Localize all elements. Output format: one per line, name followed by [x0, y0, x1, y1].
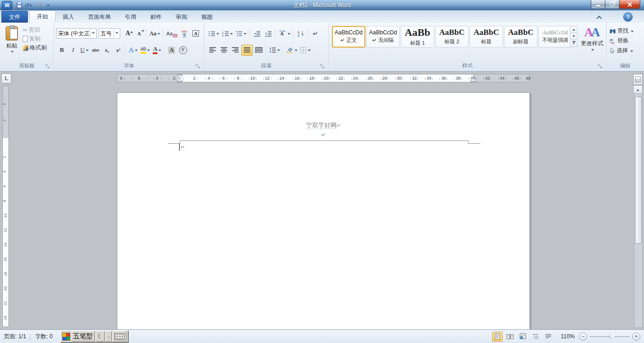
- scrollbar-thumb[interactable]: [635, 97, 642, 244]
- asian-layout-button[interactable]: A: [278, 29, 291, 39]
- character-border-button[interactable]: A: [190, 29, 201, 39]
- style-card[interactable]: AaBbCcDd ↵ 无间隔: [366, 26, 400, 48]
- decrease-indent-button[interactable]: [252, 29, 262, 39]
- paste-button[interactable]: 粘贴: [2, 24, 22, 61]
- numbering-button[interactable]: 123: [221, 29, 234, 39]
- zoom-out-button[interactable]: −: [579, 333, 587, 341]
- style-card[interactable]: AaBbCcDd 不明显强调: [538, 26, 572, 48]
- collapse-ribbon-button[interactable]: [596, 15, 603, 20]
- paragraph-dialog-launcher[interactable]: [320, 64, 325, 69]
- help-button[interactable]: ?: [623, 12, 633, 22]
- align-right-button[interactable]: [230, 45, 240, 55]
- style-card[interactable]: AaBbC 标题 2: [435, 26, 469, 48]
- vertical-scrollbar[interactable]: [634, 93, 643, 328]
- ime-fullhalf-button[interactable]: ☾: [96, 331, 105, 342]
- style-card[interactable]: AaBb 标题 1: [401, 26, 434, 48]
- italic-button[interactable]: I: [68, 45, 78, 55]
- view-web-layout-button[interactable]: [518, 332, 528, 342]
- character-shading-button[interactable]: A: [166, 45, 177, 55]
- close-button[interactable]: [619, 0, 640, 9]
- chevron-down-icon[interactable]: [295, 49, 297, 53]
- chevron-down-icon[interactable]: [230, 33, 233, 36]
- ribbon-tab[interactable]: 引用: [118, 12, 143, 23]
- find-button[interactable]: 查找: [610, 26, 634, 35]
- show-marks-button[interactable]: ↵: [310, 29, 321, 39]
- ribbon-tab[interactable]: 开始: [29, 10, 56, 23]
- ime-mode-button[interactable]: 五笔型: [71, 331, 95, 342]
- strikethrough-button[interactable]: abc: [91, 45, 101, 55]
- clear-formatting-button[interactable]: Aa: [165, 29, 178, 39]
- ribbon-tab[interactable]: 页面布局: [81, 12, 118, 23]
- zoom-level[interactable]: 110%: [561, 333, 575, 340]
- chevron-down-icon[interactable]: [158, 49, 161, 53]
- clipboard-dialog-launcher[interactable]: [45, 64, 50, 69]
- chevron-down-icon[interactable]: [216, 33, 219, 36]
- change-case-button[interactable]: Aa: [149, 29, 161, 39]
- gallery-down-button[interactable]: [570, 33, 578, 41]
- ribbon-tab[interactable]: 文件: [1, 11, 28, 23]
- header-text-line[interactable]: 宁双学好网↵: [117, 121, 529, 130]
- cut-button[interactable]: ✂剪切: [23, 25, 53, 34]
- chevron-down-icon[interactable]: [147, 49, 150, 53]
- copy-button[interactable]: 复制: [23, 34, 53, 43]
- shrink-font-button[interactable]: A: [134, 29, 144, 39]
- ribbon-tab[interactable]: 视图: [194, 12, 220, 23]
- text-effects-button[interactable]: A: [128, 45, 139, 55]
- underline-button[interactable]: U: [79, 45, 90, 55]
- font-size-combo[interactable]: 五号: [99, 28, 120, 39]
- distribute-button[interactable]: [254, 45, 264, 55]
- font-name-combo[interactable]: 宋体 (中文正文: [56, 28, 97, 39]
- increase-indent-button[interactable]: [263, 29, 273, 39]
- bold-button[interactable]: B: [57, 45, 67, 55]
- change-styles-button[interactable]: AA 更改样式: [580, 24, 604, 63]
- style-card[interactable]: AaBbC 副标题: [504, 26, 537, 48]
- view-fullscreen-reading-button[interactable]: [505, 332, 515, 342]
- font-color-button[interactable]: A: [152, 45, 162, 55]
- minimize-button[interactable]: [591, 0, 605, 9]
- chevron-down-icon[interactable]: [135, 49, 138, 53]
- chevron-down-icon[interactable]: [308, 49, 311, 53]
- sort-button[interactable]: AZ: [296, 29, 306, 39]
- enclose-characters-button[interactable]: 字: [178, 45, 188, 55]
- chevron-down-icon[interactable]: [288, 33, 290, 36]
- multilevel-list-button[interactable]: [235, 29, 248, 39]
- zoom-slider[interactable]: [589, 333, 630, 340]
- gallery-more-button[interactable]: [570, 40, 578, 47]
- vertical-ruler[interactable]: 42 24681012141618202224: [2, 86, 9, 327]
- select-button[interactable]: 选择: [610, 46, 634, 55]
- page-indicator[interactable]: 页面: 1/1: [4, 333, 26, 341]
- view-draft-button[interactable]: [543, 332, 553, 342]
- chevron-down-icon[interactable]: [114, 29, 120, 38]
- document-page[interactable]: 宁双学好网↵ ↵ ↵: [117, 92, 530, 330]
- word-count[interactable]: 字数: 0: [35, 333, 52, 341]
- styles-dialog-launcher[interactable]: [598, 64, 603, 69]
- style-card[interactable]: AaBbCcDd ↵ 正文: [332, 26, 365, 48]
- borders-button[interactable]: [299, 45, 312, 55]
- ribbon-tab[interactable]: 邮件: [143, 12, 169, 23]
- restore-button[interactable]: [605, 0, 619, 9]
- shading-button[interactable]: [285, 45, 298, 55]
- phonetic-guide-button[interactable]: wén文: [179, 29, 190, 39]
- format-painter-button[interactable]: 格式刷: [23, 43, 53, 52]
- text-highlight-button[interactable]: ab: [140, 45, 151, 55]
- chevron-down-icon[interactable]: [90, 29, 96, 38]
- chevron-down-icon[interactable]: [277, 49, 280, 53]
- ribbon-tab[interactable]: 审阅: [169, 12, 194, 23]
- style-card[interactable]: AaBbC 标题: [470, 26, 503, 48]
- replace-button[interactable]: abac 替换: [610, 36, 634, 45]
- ime-logo-icon[interactable]: [62, 333, 70, 341]
- ime-softkeyboard-button[interactable]: [113, 331, 126, 342]
- align-left-button[interactable]: [207, 45, 218, 55]
- toggle-ruler-button[interactable]: [633, 74, 643, 85]
- zoom-in-button[interactable]: +: [632, 333, 640, 341]
- view-outline-button[interactable]: [530, 332, 541, 342]
- justify-button[interactable]: [241, 45, 253, 56]
- tab-stop-selector[interactable]: L: [1, 74, 11, 83]
- zoom-slider-thumb[interactable]: [610, 334, 614, 340]
- font-dialog-launcher[interactable]: [196, 64, 200, 69]
- gallery-up-button[interactable]: [570, 26, 578, 33]
- line-spacing-button[interactable]: [268, 45, 281, 55]
- align-center-button[interactable]: [219, 45, 229, 55]
- ime-punctuation-button[interactable]: ·,: [106, 331, 112, 342]
- superscript-button[interactable]: x²: [113, 45, 124, 55]
